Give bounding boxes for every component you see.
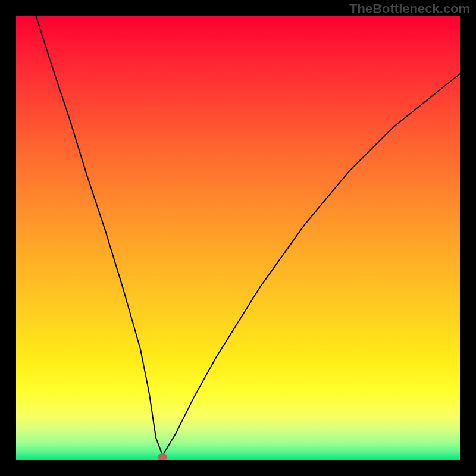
- watermark-text: TheBottleneck.com: [349, 1, 470, 17]
- curve-svg: [16, 16, 460, 460]
- chart-container: TheBottleneck.com: [0, 0, 476, 476]
- bottleneck-curve: [36, 16, 460, 456]
- min-marker-icon: [158, 453, 167, 460]
- plot-area: [16, 16, 460, 460]
